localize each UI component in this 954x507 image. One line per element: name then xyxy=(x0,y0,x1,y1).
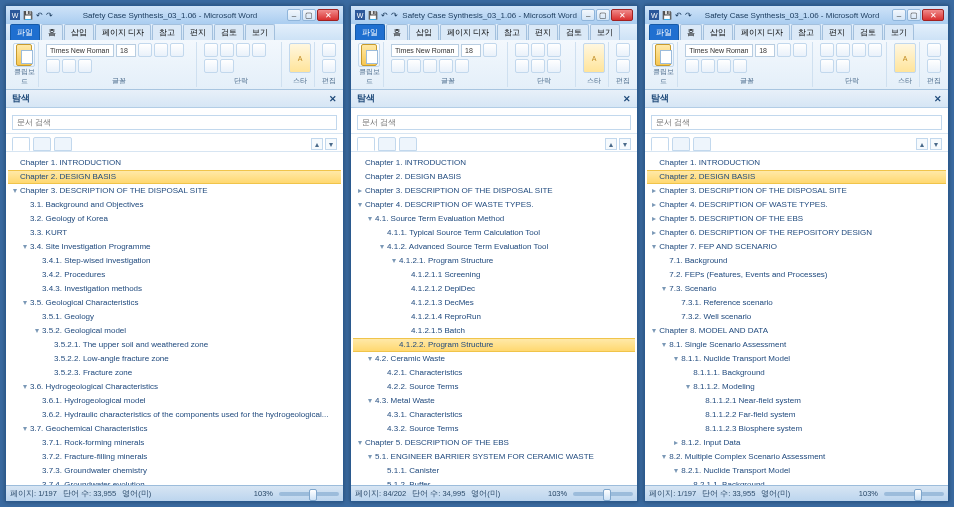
outline-item[interactable]: 3.1. Background and Objectives xyxy=(8,198,341,212)
close-button[interactable]: ✕ xyxy=(611,9,633,21)
outline-tree[interactable]: Chapter 1. INTRODUCTIONChapter 2. DESIGN… xyxy=(645,152,948,485)
outline-tree[interactable]: Chapter 1. INTRODUCTIONChapter 2. DESIGN… xyxy=(351,152,637,485)
collapse-icon[interactable]: ▾ xyxy=(365,213,375,225)
outline-item[interactable]: 7.3.1. Reference scenario xyxy=(647,296,946,310)
outline-item[interactable]: ▾3.7. Geochemical Characteristics xyxy=(8,422,341,436)
qat-undo-icon[interactable]: ↶ xyxy=(675,11,682,20)
tab-file[interactable]: 파일 xyxy=(355,24,385,40)
nav-next-icon[interactable]: ▾ xyxy=(619,138,631,150)
outline-item[interactable]: 4.1.2.1.2 DeplDec xyxy=(353,282,635,296)
outline-item[interactable]: 3.5.1. Geology xyxy=(8,310,341,324)
collapse-icon[interactable]: ▾ xyxy=(355,199,365,211)
outline-item[interactable]: 7.3.2. Well scenario xyxy=(647,310,946,324)
collapse-icon[interactable]: ▾ xyxy=(389,255,399,267)
status-lang[interactable]: 영어(미) xyxy=(122,489,151,499)
outline-item[interactable]: ▾7.3. Scenario xyxy=(647,282,946,296)
navtab-results[interactable] xyxy=(54,137,72,151)
navtab-pages[interactable] xyxy=(672,137,690,151)
align-left-button[interactable] xyxy=(236,43,250,57)
tab-home[interactable]: 홈 xyxy=(386,24,408,40)
tab-review[interactable]: 검토 xyxy=(214,24,244,40)
expand-icon[interactable]: ▸ xyxy=(671,437,681,449)
navpane-close-icon[interactable]: ✕ xyxy=(329,94,337,104)
outline-item[interactable]: 3.7.3. Groundwater chemistry xyxy=(8,464,341,478)
collapse-icon[interactable]: ▾ xyxy=(683,381,693,393)
outline-item[interactable]: 8.1.1.2.3 Biosphere system xyxy=(647,422,946,436)
tab-view[interactable]: 보기 xyxy=(245,24,275,40)
status-page[interactable]: 페이지: 1/197 xyxy=(10,489,57,499)
nav-prev-icon[interactable]: ▴ xyxy=(311,138,323,150)
tab-file[interactable]: 파일 xyxy=(649,24,679,40)
navtab-headings[interactable] xyxy=(12,137,30,151)
tab-ref[interactable]: 참고 xyxy=(497,24,527,40)
outline-item[interactable]: ▾4.1.2. Advanced Source Term Evaluation … xyxy=(353,240,635,254)
fontcolor-button[interactable] xyxy=(62,59,76,73)
navpane-close-icon[interactable]: ✕ xyxy=(623,94,631,104)
status-page[interactable]: 페이지: 1/197 xyxy=(649,489,696,499)
minimize-button[interactable]: – xyxy=(892,9,906,21)
outline-item[interactable]: ▾8.1.1.2. Modeling xyxy=(647,380,946,394)
paste-button[interactable] xyxy=(652,43,674,67)
underline-button[interactable] xyxy=(170,43,184,57)
outline-item[interactable]: 3.7.2. Fracture-filling minerals xyxy=(8,450,341,464)
align-right-button[interactable] xyxy=(204,59,218,73)
collapse-icon[interactable]: ▾ xyxy=(649,241,659,253)
search-input[interactable] xyxy=(357,115,631,130)
paste-button[interactable] xyxy=(13,43,35,67)
qat-redo-icon[interactable]: ↷ xyxy=(391,11,398,20)
tab-insert[interactable]: 삽입 xyxy=(409,24,439,40)
tab-view[interactable]: 보기 xyxy=(884,24,914,40)
close-button[interactable]: ✕ xyxy=(922,9,944,21)
outline-item[interactable]: ▾5.1. ENGINEER BARRIER SYSTEM FOR CERAMI… xyxy=(353,450,635,464)
nav-prev-icon[interactable]: ▴ xyxy=(605,138,617,150)
replace-button[interactable] xyxy=(322,59,336,73)
qat-undo-icon[interactable]: ↶ xyxy=(36,11,43,20)
tab-layout[interactable]: 페이지 디자 xyxy=(734,24,790,40)
minimize-button[interactable]: – xyxy=(581,9,595,21)
navtab-results[interactable] xyxy=(693,137,711,151)
zoom-slider[interactable] xyxy=(884,492,944,496)
outline-item[interactable]: ▸Chapter 3. DESCRIPTION OF THE DISPOSAL … xyxy=(353,184,635,198)
styles-button[interactable]: A xyxy=(289,43,311,73)
bold-button[interactable] xyxy=(138,43,152,57)
tab-mail[interactable]: 편지 xyxy=(822,24,852,40)
expand-icon[interactable]: ▸ xyxy=(649,185,659,197)
collapse-icon[interactable]: ▾ xyxy=(20,297,30,309)
outline-item[interactable]: 4.1.2.2. Program Structure xyxy=(353,338,635,352)
outline-item[interactable]: 8.1.1.2.2 Far-field system xyxy=(647,408,946,422)
collapse-icon[interactable]: ▾ xyxy=(649,325,659,337)
collapse-icon[interactable]: ▾ xyxy=(365,451,375,463)
tab-file[interactable]: 파일 xyxy=(10,24,40,40)
font-size-select[interactable]: 18 xyxy=(461,44,481,57)
outline-item[interactable]: ▸8.1.2. Input Data xyxy=(647,436,946,450)
outline-item[interactable]: ▾3.4. Site Investigation Programme xyxy=(8,240,341,254)
outline-item[interactable]: 3.6.1. Hydrogeological model xyxy=(8,394,341,408)
status-words[interactable]: 단어 수: 34,995 xyxy=(412,489,465,499)
font-size-select[interactable]: 18 xyxy=(116,44,136,57)
outline-item[interactable]: ▾Chapter 8. MODEL AND DATA xyxy=(647,324,946,338)
styles-button[interactable]: A xyxy=(894,43,916,73)
outline-item[interactable]: 4.2.2. Source Terms xyxy=(353,380,635,394)
tab-home[interactable]: 홈 xyxy=(680,24,702,40)
outline-item[interactable]: 3.4.2. Procedures xyxy=(8,268,341,282)
collapse-icon[interactable]: ▾ xyxy=(20,241,30,253)
search-input[interactable] xyxy=(651,115,942,130)
qat-save-icon[interactable]: 💾 xyxy=(23,11,33,20)
close-button[interactable]: ✕ xyxy=(317,9,339,21)
collapse-icon[interactable]: ▾ xyxy=(659,339,669,351)
tab-mail[interactable]: 편지 xyxy=(183,24,213,40)
collapse-icon[interactable]: ▾ xyxy=(20,423,30,435)
tab-ref[interactable]: 참고 xyxy=(791,24,821,40)
qat-undo-icon[interactable]: ↶ xyxy=(381,11,388,20)
outline-item[interactable]: Chapter 2. DESIGN BASIS xyxy=(8,170,341,184)
outline-item[interactable]: ▸Chapter 5. DESCRIPTION OF THE EBS xyxy=(647,212,946,226)
status-words[interactable]: 단어 수: 33,955 xyxy=(63,489,116,499)
collapse-icon[interactable]: ▾ xyxy=(365,353,375,365)
outline-item[interactable]: ▸Chapter 3. DESCRIPTION OF THE DISPOSAL … xyxy=(647,184,946,198)
expand-icon[interactable]: ▸ xyxy=(355,185,365,197)
tab-view[interactable]: 보기 xyxy=(590,24,620,40)
navtab-headings[interactable] xyxy=(651,137,669,151)
outline-item[interactable]: ▾4.1.2.1. Program Structure xyxy=(353,254,635,268)
outline-item[interactable]: 4.3.2. Source Terms xyxy=(353,422,635,436)
collapse-icon[interactable]: ▾ xyxy=(355,437,365,449)
